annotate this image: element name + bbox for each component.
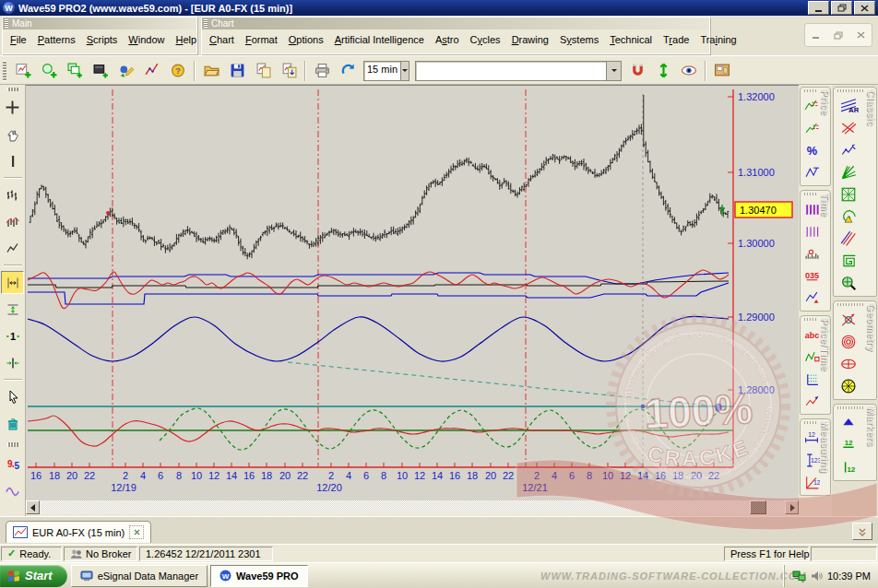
expand-h-tool-button[interactable] xyxy=(1,271,24,294)
chart-canvas[interactable]: 1.320001.310001.300001.290001.2800016182… xyxy=(26,86,799,501)
measure-height-tool[interactable]: 123 xyxy=(802,449,821,471)
tab-list-chevron-icon[interactable] xyxy=(852,523,872,540)
interval-dropdown-icon[interactable] xyxy=(400,62,409,80)
chart-area[interactable]: 1.320001.310001.300001.290001.2800016182… xyxy=(26,85,799,500)
restore-button[interactable] xyxy=(831,1,852,15)
open-folder-button[interactable] xyxy=(198,58,224,83)
classic-search-tool[interactable] xyxy=(836,272,861,294)
minimize-button[interactable] xyxy=(808,1,829,15)
nine-five-tool-button[interactable]: 95 xyxy=(1,453,24,476)
eye-button[interactable] xyxy=(676,58,702,83)
duplicate-window-button[interactable] xyxy=(62,58,88,83)
menu-options[interactable]: Options xyxy=(283,31,329,48)
classic-spiral-triangle-tool[interactable] xyxy=(836,206,861,228)
ibeam-tool-button[interactable] xyxy=(1,149,24,172)
scrollbar-thumb[interactable] xyxy=(750,500,766,514)
geometry-circle-tool[interactable] xyxy=(836,375,861,397)
time-bars-wide-tool[interactable] xyxy=(802,198,821,220)
time-count-tool[interactable] xyxy=(802,242,821,265)
menu-trade[interactable]: Trade xyxy=(658,31,694,48)
measure-angle-tool[interactable]: 123 xyxy=(802,471,821,493)
scale-one-tool-button[interactable]: 1 xyxy=(1,324,24,347)
edit-colors-button[interactable] xyxy=(113,58,139,83)
menu-astro[interactable]: Astro xyxy=(430,31,465,48)
menu-drawing[interactable]: Drawing xyxy=(506,31,554,48)
marker-count-v-tool[interactable]: 12 xyxy=(836,456,861,478)
classic-grid-tool[interactable] xyxy=(836,183,861,206)
menu-patterns[interactable]: Patterns xyxy=(32,31,81,48)
pt-pattern-tool[interactable] xyxy=(802,346,821,368)
style-line-tool-button[interactable] xyxy=(1,237,24,260)
waves-tool-button[interactable] xyxy=(1,479,24,502)
geometry-vectors-tool[interactable] xyxy=(836,309,861,331)
pt-arrows-tool[interactable] xyxy=(802,390,821,412)
mdi-restore-button[interactable] xyxy=(834,31,844,40)
task-esignal[interactable]: eSignal Data Manager xyxy=(71,565,208,587)
menu-file[interactable]: File xyxy=(5,31,32,48)
start-button[interactable]: Start xyxy=(0,565,67,587)
pointer-tool-button[interactable] xyxy=(1,385,24,408)
mdi-minimize-button[interactable] xyxy=(812,31,821,39)
help-lock-button[interactable]: ? xyxy=(165,58,191,83)
menu-format[interactable]: Format xyxy=(240,31,283,48)
network-tray-icon[interactable] xyxy=(792,570,806,582)
time-digits-tool[interactable]: 035 xyxy=(802,265,821,287)
menu-technical[interactable]: Technical xyxy=(604,31,658,48)
chart-horizontal-scrollbar[interactable] xyxy=(26,500,799,514)
menu-training[interactable]: Training xyxy=(694,31,742,48)
new-chart-button[interactable] xyxy=(10,58,36,83)
interval-select[interactable]: 15 min xyxy=(363,61,409,81)
classic-square-spiral-tool[interactable] xyxy=(836,250,861,272)
menu-artificial-intelligence[interactable]: Artificial Intelligence xyxy=(329,31,430,48)
measure-width-tool[interactable]: 12 xyxy=(802,427,821,449)
pt-grid-tool[interactable] xyxy=(802,368,821,390)
paste-chart-button[interactable] xyxy=(276,58,302,83)
tab-eur-a0-fx[interactable]: EUR A0-FX (15 min) xyxy=(6,521,151,543)
style-bars-tool-button[interactable] xyxy=(1,183,24,206)
time-bars-narrow-tool[interactable] xyxy=(802,220,821,242)
notes-board-button[interactable] xyxy=(709,58,735,83)
geometry-ellipse-tool[interactable] xyxy=(836,353,861,375)
geometry-circles-tool[interactable] xyxy=(836,331,861,353)
copy-chart-button[interactable] xyxy=(250,58,276,83)
scrollbar-track[interactable] xyxy=(40,500,785,514)
mdi-close-button[interactable] xyxy=(857,31,865,39)
menu-cycles[interactable]: Cycles xyxy=(465,31,506,48)
menu-window[interactable]: Window xyxy=(123,31,170,48)
price-projection-tool[interactable] xyxy=(802,117,821,139)
print-button[interactable] xyxy=(309,58,335,83)
menu-chart[interactable]: Chart xyxy=(204,31,240,48)
close-button[interactable] xyxy=(854,1,875,15)
zigzag-button[interactable] xyxy=(139,58,165,83)
marker-arrow-tool[interactable] xyxy=(836,412,861,434)
price-retracement-tool[interactable] xyxy=(802,95,821,117)
symbol-dropdown-icon[interactable] xyxy=(606,62,621,80)
tab-close-icon[interactable] xyxy=(129,525,144,539)
price-nwave-tool[interactable] xyxy=(802,161,821,183)
hand-tool-button[interactable] xyxy=(1,123,24,146)
classic-speedlines-tool[interactable] xyxy=(836,117,861,139)
marker-count-h-tool[interactable]: 12 xyxy=(836,434,861,456)
classic-fan-tool[interactable] xyxy=(836,161,861,183)
new-shape-button[interactable] xyxy=(36,58,62,83)
save-button[interactable] xyxy=(224,58,250,83)
menu-scripts[interactable]: Scripts xyxy=(81,31,124,48)
new-console-button[interactable] xyxy=(88,58,113,83)
magnet-button[interactable] xyxy=(624,58,650,83)
classic-parallels-tool[interactable] xyxy=(836,228,861,250)
menu-help[interactable]: Help xyxy=(171,31,203,48)
refresh-button[interactable] xyxy=(335,58,361,83)
style-pattern-tool-button[interactable] xyxy=(1,210,24,233)
toolbar-grip[interactable] xyxy=(3,61,6,81)
time-nwave-tool[interactable] xyxy=(802,287,821,309)
compress-h-tool-button[interactable] xyxy=(1,351,24,374)
task-wave59[interactable]: W Wave59 PRO xyxy=(210,565,307,587)
volume-tray-icon[interactable] xyxy=(811,570,823,582)
price-percent-tool[interactable]: % xyxy=(802,139,821,161)
scroll-right-button[interactable] xyxy=(785,500,799,514)
scroll-left-button[interactable] xyxy=(26,500,40,514)
symbol-combo[interactable] xyxy=(415,61,622,81)
vertical-scale-button[interactable] xyxy=(650,58,676,83)
symbol-value[interactable] xyxy=(416,62,606,80)
pt-text-tool[interactable]: abc xyxy=(802,323,821,346)
